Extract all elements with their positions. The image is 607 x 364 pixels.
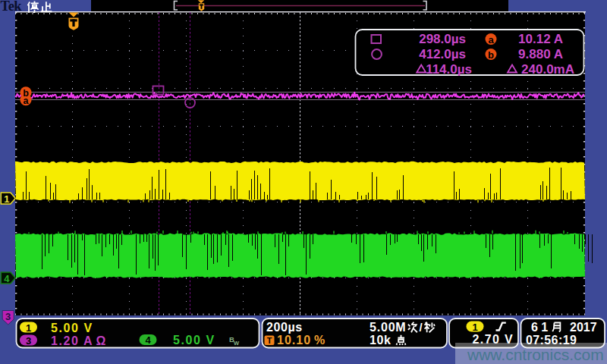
svg-text:10.12 A: 10.12 A <box>518 32 563 46</box>
svg-text:www.cntronics.com: www.cntronics.com <box>467 346 604 363</box>
svg-text:412.0µs: 412.0µs <box>419 47 466 61</box>
svg-text:1.20 A: 1.20 A <box>51 334 93 347</box>
svg-text:W: W <box>234 340 240 347</box>
svg-text:b: b <box>488 49 494 61</box>
svg-text:6 1: 6 1 <box>531 321 548 334</box>
svg-text:3: 3 <box>5 311 11 322</box>
svg-text:T: T <box>267 336 272 345</box>
svg-text:4: 4 <box>4 273 10 284</box>
svg-text:1: 1 <box>26 322 31 334</box>
svg-text:10k: 10k <box>370 334 392 347</box>
svg-text:5.00M: 5.00M <box>370 321 406 334</box>
svg-text:a: a <box>24 96 30 106</box>
svg-text:298.0µs: 298.0µs <box>419 32 466 46</box>
svg-text:5.00 V: 5.00 V <box>173 334 215 347</box>
svg-text:1: 1 <box>4 193 9 205</box>
svg-text:240.0mA: 240.0mA <box>521 62 574 77</box>
svg-text:a: a <box>488 34 494 46</box>
svg-text:5.00 V: 5.00 V <box>51 322 93 334</box>
svg-text:3: 3 <box>26 335 31 347</box>
svg-text:Tek: Tek <box>1 0 23 14</box>
svg-text:2017: 2017 <box>570 321 597 334</box>
svg-text:9.880 A: 9.880 A <box>518 47 563 61</box>
svg-text:200µs: 200µs <box>266 321 303 334</box>
svg-text:10.10: 10.10 <box>277 334 311 347</box>
svg-text:114.0µs: 114.0µs <box>426 62 472 77</box>
svg-text:%: % <box>314 334 325 347</box>
svg-text:1: 1 <box>472 322 477 333</box>
svg-text:4: 4 <box>145 334 151 346</box>
svg-text:Ω: Ω <box>96 334 106 347</box>
